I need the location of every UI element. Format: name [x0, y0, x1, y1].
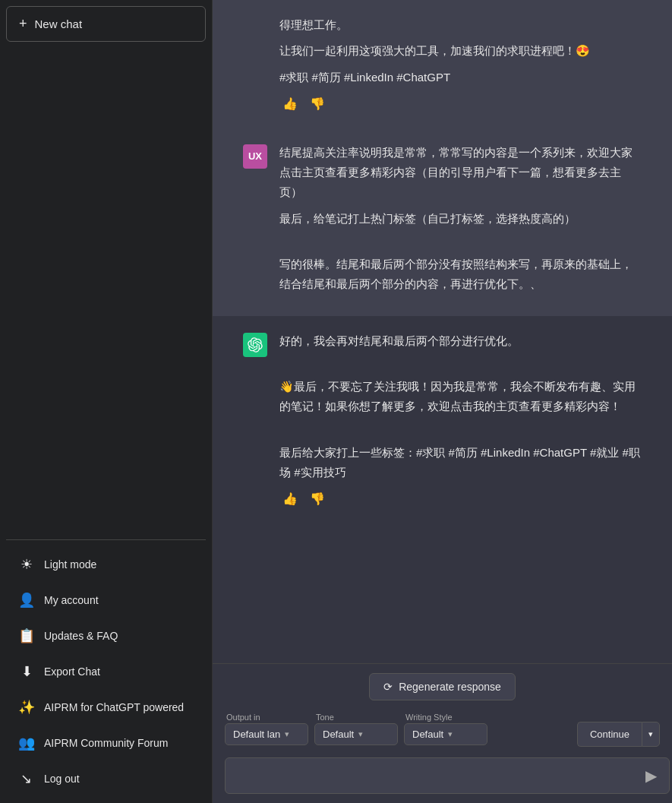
sidebar-item-updates-faq[interactable]: 📋 Updates & FAQ: [6, 618, 206, 653]
gpt-avatar: [243, 333, 267, 357]
prev-line2: 让我们一起利用这项强大的工具，加速我们的求职进程吧！😍: [279, 41, 642, 61]
user-para-1: 结尾提高关注率说明我是常常，常常写的内容是一个系列来，欢迎大家点击主页查看更多精…: [279, 143, 642, 203]
user-avatar: UX: [243, 144, 267, 169]
thumbs-up-btn-2[interactable]: 👍: [279, 490, 301, 507]
plus-icon: +: [19, 16, 27, 32]
send-icon: ▶: [645, 767, 657, 784]
continue-dropdown-button[interactable]: ▾: [642, 722, 660, 747]
output-label: Output in: [225, 713, 308, 722]
writing-style-label: Writing Style: [404, 713, 487, 722]
people-icon: 👥: [18, 735, 35, 751]
star-icon: ✨: [18, 699, 35, 716]
sidebar-item-label: Log out: [44, 773, 80, 785]
chat-input[interactable]: [225, 757, 670, 794]
output-chevron-icon: ▾: [285, 729, 289, 739]
thumbs-up-btn[interactable]: 👍: [279, 95, 301, 112]
writing-style-chevron-icon: ▾: [448, 729, 453, 739]
download-icon: ⬇: [18, 663, 35, 680]
user-para-2: 最后，给笔记打上热门标签（自己打标签，选择热度高的）: [279, 209, 642, 229]
tone-label: Tone: [314, 713, 398, 722]
writing-style-select[interactable]: Default ▾: [404, 723, 487, 745]
continue-group: Continue ▾: [577, 722, 660, 747]
assistant-para-3: 最后给大家打上一些标签：#求职 #简历 #LinkedIn #ChatGPT #…: [279, 443, 642, 483]
sidebar-item-light-mode[interactable]: ☀ Light mode: [6, 547, 206, 582]
new-chat-label: New chat: [35, 17, 83, 30]
prev-msg-actions: 👍 👎: [279, 95, 642, 112]
regenerate-button[interactable]: ⟳ Regenerate response: [369, 673, 516, 700]
prev-message-content: 得理想工作。 让我们一起利用这项强大的工具，加速我们的求职进程吧！😍 #求职 #…: [279, 15, 642, 112]
chat-area[interactable]: 得理想工作。 让我们一起利用这项强大的工具，加速我们的求职进程吧！😍 #求职 #…: [213, 0, 672, 663]
tone-group: Tone Default ▾: [314, 713, 398, 745]
sidebar-item-my-account[interactable]: 👤 My account: [6, 583, 206, 618]
assistant-para-1: 好的，我会再对结尾和最后两个部分进行优化。: [279, 331, 642, 351]
sidebar-item-label: Updates & FAQ: [44, 630, 118, 642]
assistant-message-content: 好的，我会再对结尾和最后两个部分进行优化。 👋最后，不要忘了关注我哦！因为我是常…: [279, 331, 642, 508]
output-select[interactable]: Default lan ▾: [225, 723, 308, 745]
tone-chevron-icon: ▾: [358, 729, 363, 739]
sun-icon: ☀: [18, 556, 35, 573]
tone-value: Default: [323, 729, 354, 740]
sidebar-item-label: Light mode: [44, 558, 96, 571]
sidebar-item-label: Export Chat: [44, 665, 100, 678]
continue-dropdown-chevron-icon: ▾: [648, 729, 653, 738]
writing-style-group: Writing Style Default ▾: [404, 713, 487, 745]
tone-select[interactable]: Default ▾: [314, 723, 398, 745]
assistant-para-2: 👋最后，不要忘了关注我哦！因为我是常常，我会不断发布有趣、实用的笔记！如果你想了…: [279, 377, 642, 417]
regenerate-icon: ⟳: [383, 681, 393, 693]
sidebar-item-aiprm-chatgpt[interactable]: ✨ AIPRM for ChatGPT powered: [6, 690, 206, 725]
gpt-logo-svg: [248, 337, 263, 352]
input-row: ▶: [213, 753, 672, 803]
logout-icon: ↗: [18, 770, 35, 787]
thumbs-down-btn[interactable]: 👎: [307, 95, 328, 112]
output-value: Default lan: [233, 729, 280, 740]
assistant-msg-actions: 👍 👎: [279, 490, 642, 507]
sidebar-item-log-out[interactable]: ↗ Log out: [6, 761, 206, 796]
user-message-content: 结尾提高关注率说明我是常常，常常写的内容是一个系列来，欢迎大家点击主页查看更多精…: [279, 143, 642, 301]
new-chat-button[interactable]: + New chat: [6, 6, 206, 42]
sidebar-bottom-nav: ☀ Light mode 👤 My account 📋 Updates & FA…: [0, 543, 212, 803]
message-block-prev: 得理想工作。 让我们一起利用这项强大的工具，加速我们的求职进程吧！😍 #求职 #…: [213, 0, 672, 128]
message-block-assistant: 好的，我会再对结尾和最后两个部分进行优化。 👋最后，不要忘了关注我哦！因为我是常…: [213, 316, 672, 523]
main-chat: AIPRM 得理想工作。 让我们一起利用这项强大的工具，加速我们的求职进程吧！😍…: [213, 0, 672, 803]
regenerate-row: ⟳ Regenerate response: [213, 664, 672, 707]
sidebar-item-aiprm-community[interactable]: 👥 AIPRM Community Forum: [6, 726, 206, 760]
prev-line3: #求职 #简历 #LinkedIn #ChatGPT: [279, 68, 642, 87]
user-icon: 👤: [18, 592, 35, 609]
bottom-bar: ⟳ Regenerate response Output in Default …: [213, 663, 672, 803]
sidebar-item-label: AIPRM for ChatGPT powered: [44, 701, 184, 713]
sidebar-item-label: AIPRM Community Forum: [44, 737, 168, 749]
regenerate-label: Regenerate response: [399, 681, 501, 693]
output-group: Output in Default lan ▾: [225, 713, 308, 745]
continue-button[interactable]: Continue: [577, 722, 642, 747]
sidebar-divider: [6, 539, 206, 540]
sidebar: + New chat ☀ Light mode 👤 My account 📋 U…: [0, 0, 213, 803]
sidebar-item-label: My account: [44, 594, 99, 606]
send-button[interactable]: ▶: [642, 763, 660, 788]
sidebar-item-export-chat[interactable]: ⬇ Export Chat: [6, 654, 206, 689]
user-para-3: 写的很棒。结尾和最后两个部分没有按照结构来写，再原来的基础上，结合结尾和最后两个…: [279, 254, 642, 295]
options-row: Output in Default lan ▾ Tone Default ▾ W…: [213, 707, 672, 753]
thumbs-down-btn-2[interactable]: 👎: [307, 490, 328, 507]
writing-style-value: Default: [412, 729, 443, 740]
prev-line1: 得理想工作。: [279, 15, 642, 35]
clipboard-icon: 📋: [18, 628, 35, 644]
message-block-user: UX 结尾提高关注率说明我是常常，常常写的内容是一个系列来，欢迎大家点击主页查看…: [213, 128, 672, 316]
